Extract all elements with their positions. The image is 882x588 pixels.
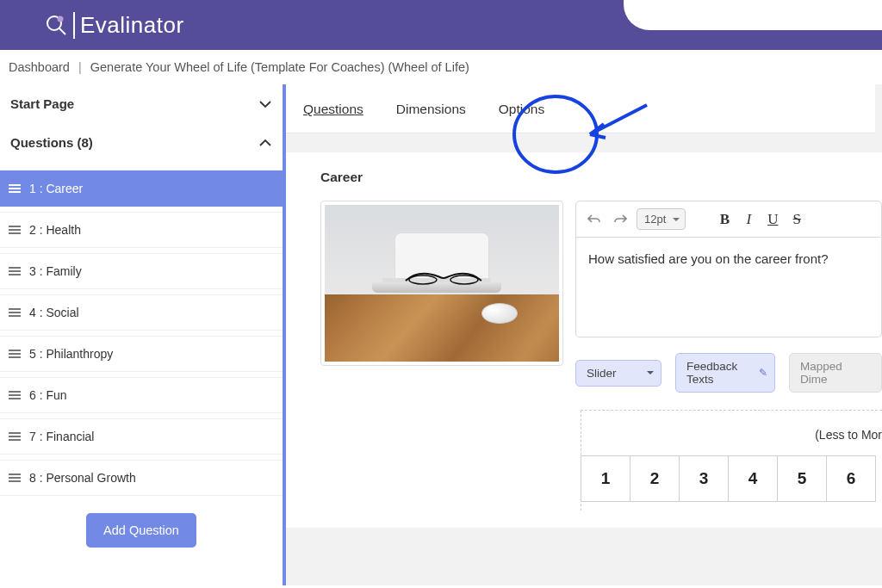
sidebar-item-label: 5 : Philanthropy: [29, 347, 113, 361]
rich-text-editor: 12pt B I U S How satisfied are you on th…: [575, 201, 882, 393]
sidebar-item-label: 7 : Financial: [29, 430, 94, 443]
sidebar-questions-header[interactable]: Questions (8): [0, 123, 283, 162]
svg-point-3: [409, 275, 437, 284]
tab-options[interactable]: Options: [499, 102, 544, 117]
add-question-button[interactable]: Add Question: [86, 513, 196, 548]
desk-illustration: [325, 205, 559, 362]
logo-icon: [43, 12, 69, 38]
sidebar-item-fun[interactable]: 6 : Fun: [0, 377, 283, 413]
scale-cell[interactable]: 2: [630, 455, 680, 502]
italic-button[interactable]: I: [742, 211, 755, 228]
scale-label: (Less to Mor: [581, 428, 882, 442]
sidebar-item-label: 6 : Fun: [29, 388, 67, 402]
question-image[interactable]: [320, 201, 563, 366]
sidebar-questions-label: Questions (8): [10, 135, 93, 150]
sidebar-item-label: 4 : Social: [29, 306, 79, 319]
drag-handle-icon[interactable]: [9, 226, 21, 234]
slider-scale-area: (Less to Mor 1 2 3 4 5 6: [581, 410, 882, 511]
breadcrumb: Dashboard | Generate Your Wheel of Life …: [0, 50, 882, 84]
sidebar-item-label: 2 : Health: [29, 223, 81, 237]
drag-handle-icon[interactable]: [9, 391, 21, 399]
tab-questions[interactable]: Questions: [303, 102, 363, 117]
drag-handle-icon[interactable]: [9, 350, 21, 358]
redo-icon[interactable]: [611, 210, 630, 229]
sidebar-item-financial[interactable]: 7 : Financial: [0, 418, 283, 455]
sidebar: Start Page Questions (8) 1 : Career 2 : …: [0, 84, 286, 585]
sidebar-item-label: 8 : Personal Growth: [29, 471, 136, 485]
drag-handle-icon[interactable]: [9, 267, 21, 275]
mapped-dimensions-label: Mapped Dime: [800, 360, 842, 386]
logo: Evalinator: [43, 12, 184, 39]
chevron-up-icon: [258, 136, 272, 150]
sidebar-item-philanthropy[interactable]: 5 : Philanthropy: [0, 336, 283, 372]
sidebar-start-page[interactable]: Start Page: [0, 84, 283, 123]
mapped-dimensions-button[interactable]: Mapped Dime: [789, 353, 882, 393]
answer-type-label: Slider: [587, 367, 617, 380]
drag-handle-icon[interactable]: [9, 184, 21, 193]
drag-handle-icon[interactable]: [9, 473, 21, 482]
answer-type-select[interactable]: Slider: [575, 360, 662, 387]
scale-grid: 1 2 3 4 5 6: [581, 455, 882, 502]
scale-cell[interactable]: 6: [826, 455, 876, 502]
scale-cell[interactable]: 4: [728, 455, 778, 502]
main-panel: Questions Dimensions Options Career: [286, 84, 882, 585]
undo-icon[interactable]: [585, 210, 604, 229]
feedback-texts-label: Feedback Texts: [686, 360, 737, 386]
sidebar-start-page-label: Start Page: [10, 96, 74, 111]
app-header: Evalinator: [0, 0, 882, 50]
bold-button[interactable]: B: [718, 211, 730, 228]
sidebar-item-label: 3 : Family: [29, 264, 82, 278]
breadcrumb-dashboard[interactable]: Dashboard: [9, 60, 70, 74]
chevron-down-icon: [258, 97, 272, 111]
sidebar-item-family[interactable]: 3 : Family: [0, 253, 283, 289]
font-size-select[interactable]: 12pt: [637, 208, 686, 230]
sidebar-item-health[interactable]: 2 : Health: [0, 212, 283, 248]
underline-button[interactable]: U: [767, 211, 779, 228]
drag-handle-icon[interactable]: [9, 432, 21, 441]
feedback-texts-button[interactable]: Feedback Texts ✎: [675, 353, 775, 393]
questions-list: 1 : Career 2 : Health 3 : Family 4 : Soc…: [0, 170, 283, 496]
sidebar-item-label: 1 : Career: [29, 182, 83, 195]
strikethrough-button[interactable]: S: [791, 211, 803, 228]
editor-panel: Career: [286, 152, 882, 528]
drag-handle-icon[interactable]: [9, 308, 21, 317]
tab-dimensions[interactable]: Dimensions: [396, 102, 466, 117]
rte-toolbar: 12pt B I U S: [575, 201, 882, 238]
chevron-down-icon: [647, 371, 654, 378]
sidebar-item-personal-growth[interactable]: 8 : Personal Growth: [0, 460, 283, 496]
pencil-icon: ✎: [759, 367, 767, 379]
rte-body[interactable]: How satisfied are you on the career fron…: [575, 238, 882, 337]
editor-tabs: Questions Dimensions Options: [286, 84, 875, 133]
svg-point-4: [450, 275, 478, 284]
sidebar-item-career[interactable]: 1 : Career: [0, 170, 283, 207]
svg-point-2: [58, 16, 64, 22]
scale-cell[interactable]: 1: [581, 455, 630, 502]
answer-settings-row: Slider Feedback Texts ✎ Mapped Dime: [575, 353, 882, 393]
scale-cell[interactable]: 5: [777, 455, 827, 502]
breadcrumb-separator: |: [73, 60, 87, 74]
breadcrumb-current: Generate Your Wheel of Life (Template Fo…: [90, 60, 469, 74]
svg-line-1: [59, 28, 65, 34]
logo-text: Evalinator: [73, 12, 184, 39]
panel-title: Career: [320, 170, 882, 185]
scale-cell[interactable]: 3: [679, 455, 729, 502]
sidebar-item-social[interactable]: 4 : Social: [0, 294, 283, 331]
